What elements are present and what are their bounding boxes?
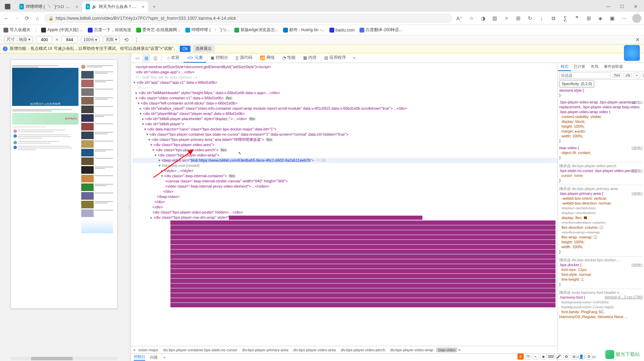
bookmark-item[interactable]: 百度一下，你就知道 <box>88 27 131 33</box>
close-devtools-icon[interactable]: ✕ <box>634 54 642 62</box>
bookmark-item[interactable]: Apple (中国大陆) ... <box>41 27 83 33</box>
tab-2-active[interactable]: b 🔊 阿天为什么自杀？结局你没... × <box>82 1 148 12</box>
tab-listeners[interactable]: 事件侦听器 <box>601 63 626 71</box>
ime-punct-button[interactable]: •, <box>533 353 539 360</box>
maximize-icon[interactable]: ☐ <box>615 1 629 12</box>
ok-button[interactable]: Ok <box>180 46 190 52</box>
ime-lang-button[interactable]: 中 <box>525 353 531 360</box>
source-link[interactable]: <style> <box>632 100 643 105</box>
bookmark-item[interactable]: 导入收藏夹 <box>3 27 30 33</box>
collections-icon[interactable]: ✧ <box>503 15 510 22</box>
star-icon[interactable]: ☆ <box>468 15 475 22</box>
tab-layout[interactable]: 布局 <box>588 63 601 71</box>
crumb-selected[interactable]: bwp-video <box>436 348 457 352</box>
source-link[interactable]: <style> <box>632 168 643 173</box>
tab-elements[interactable]: </>元素 <box>184 53 206 63</box>
selected-dom-node[interactable]: ⋯ ▾ <bwp-video src="blob:https://www.bil… <box>132 158 558 163</box>
close-window-icon[interactable]: ✕ <box>629 1 643 12</box>
tab-1[interactable]: b 哔哩哔哩 (゜-゜)つロ 干杯~-bili... × <box>16 1 82 12</box>
more-icon[interactable]: ▦ <box>642 73 644 78</box>
back-icon[interactable]: ← <box>3 15 10 22</box>
width-input[interactable] <box>36 36 52 43</box>
quote-icon[interactable]: ❞ <box>573 15 580 22</box>
avatar-icon[interactable] <box>632 14 641 23</box>
dock-icon[interactable]: ◫ <box>151 54 159 62</box>
source-link[interactable]: <style> <box>632 145 643 150</box>
inspect-icon[interactable]: ▭ <box>133 54 141 62</box>
reader-icon[interactable]: A⁺ <box>456 15 463 22</box>
sync-icon[interactable]: ↻ <box>526 15 533 22</box>
crumb[interactable]: div.bpx-player-primary-area <box>240 348 290 352</box>
ime-toolbox-icon[interactable]: ⊞ <box>571 353 577 360</box>
crumb[interactable]: div.bpx-player-video-area <box>291 348 337 352</box>
close-icon[interactable]: × <box>75 4 78 9</box>
performance-icon[interactable]: ⧉ <box>550 15 557 22</box>
dom-tree[interactable]: <script>window.setSizeStyle=document.get… <box>131 63 558 346</box>
ime-voice-icon[interactable]: 🎤 <box>556 353 562 360</box>
throttle-select[interactable]: 无限 ▾ <box>103 36 119 43</box>
tab-application[interactable]: ▤应用程序 <box>321 53 349 63</box>
ime-keyboard-icon[interactable]: ⌨ <box>548 353 554 360</box>
preview-h-scrollbar[interactable] <box>10 357 118 360</box>
shopping-icon[interactable]: ◑ <box>479 15 486 22</box>
apps-icon[interactable]: ⊞ <box>585 15 592 22</box>
settings-icon[interactable]: ••• <box>625 54 633 62</box>
crumb[interactable]: div.bpx-player-video-wrap <box>388 348 435 352</box>
ime-sogou-icon[interactable]: S <box>517 353 524 360</box>
drawer-issues-tab[interactable]: 问题 <box>150 355 158 360</box>
mobile-icon[interactable]: ▣ <box>609 15 616 22</box>
ime-user-icon[interactable]: 👤 <box>578 353 585 360</box>
tab-console[interactable]: ▣控制台 <box>207 53 232 63</box>
rendered-page[interactable]: 也没受过什么生死考验吧 好评有好礼 <box>10 60 118 309</box>
bookmark-item[interactable]: 哔哩哔哩 (゜-゜)つ... <box>185 27 229 33</box>
tab-memory[interactable]: ▦内存 <box>300 53 320 63</box>
responsive-select[interactable]: 尺寸：响应 ▾ <box>4 36 33 43</box>
add-drawer-tab-icon[interactable]: ＋ <box>162 355 166 360</box>
cls-toggle[interactable]: .cls <box>623 73 632 78</box>
refresh-icon[interactable]: ⟳ <box>24 15 30 22</box>
sidebar-icon[interactable]: ▥ <box>491 15 498 22</box>
shield-icon[interactable]: ◈ <box>597 15 604 22</box>
audio-icon[interactable]: 🔊 <box>92 4 97 9</box>
ime-settings-icon[interactable]: ⚙ <box>586 353 592 360</box>
close-panel-icon[interactable]: ✕ <box>635 37 640 43</box>
bookmark-item[interactable]: 新版edge浏览器怎... <box>234 27 278 33</box>
crumb[interactable]: div.bpx-player-container.bpx-state-no-cu… <box>161 348 239 352</box>
tab-computed[interactable]: 已计算 <box>571 63 588 71</box>
opt-out-button[interactable]: 选择退出 <box>193 45 215 52</box>
scroll-left-icon[interactable]: ◂ <box>133 348 135 352</box>
tab-styles[interactable]: 样式 <box>558 63 571 71</box>
split-dragger[interactable]: ⋮ <box>128 53 131 361</box>
ime-emoji-button[interactable]: ☻ <box>540 353 547 360</box>
height-input[interactable] <box>62 36 77 43</box>
filter-input[interactable] <box>559 72 610 79</box>
close-icon[interactable]: × <box>142 4 144 9</box>
source-link[interactable]: <style> <box>632 262 643 267</box>
source-link[interactable]: stardust-vi…2.css:17360 <box>605 295 643 300</box>
download-icon[interactable]: ↓ <box>538 15 545 22</box>
zoom-select[interactable]: 100% ▾ <box>81 37 100 43</box>
new-tab-button[interactable]: ＋ <box>149 1 160 12</box>
rotate-icon[interactable]: ⟲ <box>123 36 130 43</box>
tab-welcome[interactable]: ⌂欢迎 <box>164 53 183 63</box>
ime-skin-icon[interactable]: ✿ <box>563 353 569 360</box>
tab-0[interactable] <box>1 1 15 12</box>
source-link[interactable]: <style> <box>632 191 643 196</box>
tab-sources[interactable]: {}源代码 <box>232 53 256 63</box>
minimize-icon[interactable]: — <box>601 1 615 12</box>
url-field[interactable]: 🔒 https://www.bilibili.com/video/BV1TX4y… <box>44 13 452 23</box>
tab-network[interactable]: 📶网络 <box>256 53 278 63</box>
new-rule-icon[interactable]: ＋ <box>633 73 640 78</box>
bookmark-item[interactable]: baidu.com <box>329 28 355 33</box>
dom-breadcrumb[interactable]: ◂ ocker-major div.bpx-player-container.b… <box>131 346 558 353</box>
menu-icon[interactable]: ⋯ <box>620 15 627 22</box>
hov-toggle[interactable]: :hov <box>612 73 622 78</box>
more-icon[interactable]: ⋮ <box>133 36 140 43</box>
bookmark-item[interactable]: 百度翻译-200种语... <box>360 27 402 33</box>
scroll-right-icon[interactable]: ▸ <box>459 348 461 352</box>
crumb[interactable]: ocker-major <box>137 348 160 352</box>
crumb[interactable]: div.bpx-player-video-perch <box>339 348 387 352</box>
math-icon[interactable]: ∑ <box>562 15 569 22</box>
tab-performance[interactable]: ◔性能 <box>279 53 299 63</box>
add-tab-icon[interactable]: ＋ <box>350 54 358 62</box>
